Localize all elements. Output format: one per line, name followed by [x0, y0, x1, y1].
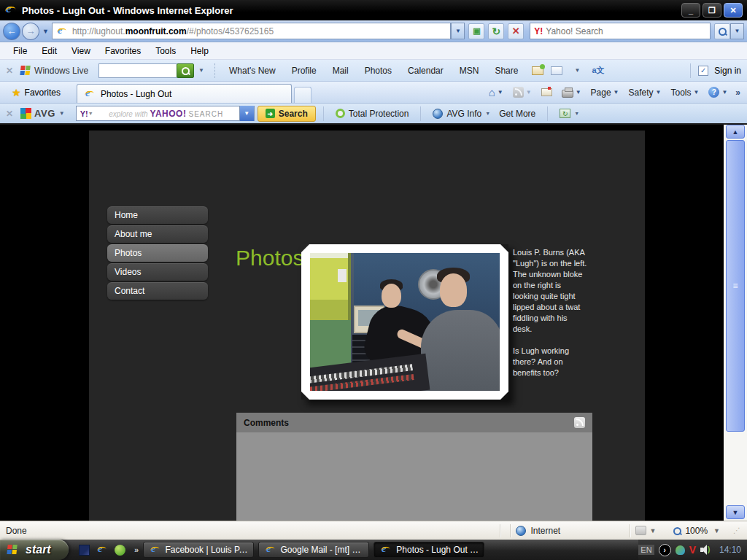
- total-protection-button[interactable]: Total Protection: [331, 109, 414, 119]
- back-button[interactable]: ←: [3, 23, 20, 40]
- read-mail-button[interactable]: [538, 86, 556, 98]
- sidebar-item-contact[interactable]: Contact: [107, 282, 208, 300]
- live-link-share[interactable]: Share: [487, 63, 526, 79]
- address-bar[interactable]: http://lughout.moonfruit.com/#/photos/45…: [52, 23, 451, 39]
- language-indicator[interactable]: EN: [638, 545, 654, 555]
- live-search-box[interactable]: [98, 63, 177, 78]
- address-dropdown-button[interactable]: ▼: [451, 23, 465, 39]
- protected-mode-dropdown[interactable]: ▼: [649, 527, 656, 534]
- zoom-control[interactable]: 100% ▼: [672, 526, 723, 536]
- tools-menu[interactable]: Tools▼: [667, 85, 703, 100]
- stop-button[interactable]: ✕: [508, 23, 524, 39]
- notepad-dropdown[interactable]: ▼: [574, 111, 579, 116]
- protection-ring-icon: [336, 109, 345, 118]
- restore-button[interactable]: ❐: [703, 3, 721, 18]
- sidebar-item-photos[interactable]: Photos: [107, 244, 208, 262]
- resize-grip[interactable]: ⋰: [733, 526, 741, 534]
- menu-favorites[interactable]: Favorites: [98, 44, 148, 58]
- divider: [630, 524, 631, 537]
- card-dropdown[interactable]: ▼: [570, 67, 584, 74]
- avg-info-dropdown[interactable]: ▼: [485, 111, 490, 116]
- volume-icon[interactable]: ): [700, 545, 712, 555]
- contact-card-icon[interactable]: [551, 66, 562, 75]
- avg-close-icon[interactable]: ✕: [6, 109, 13, 119]
- live-search-dropdown[interactable]: ▼: [194, 67, 209, 74]
- tray-messenger-icon[interactable]: [676, 545, 685, 555]
- zoom-dropdown[interactable]: ▼: [713, 527, 720, 534]
- quick-launch-green-app-icon[interactable]: [115, 545, 125, 556]
- scroll-down-button[interactable]: ▼: [726, 505, 745, 519]
- live-search-input[interactable]: [99, 64, 177, 77]
- menu-tools[interactable]: Tools: [148, 44, 183, 58]
- globe-icon: [433, 109, 443, 119]
- history-dropdown[interactable]: ▼: [42, 28, 49, 35]
- sidebar-item-home[interactable]: Home: [107, 206, 208, 224]
- live-link-photos[interactable]: Photos: [357, 63, 400, 79]
- feeds-button[interactable]: ▼: [509, 85, 535, 100]
- sidebar-item-videos[interactable]: Videos: [107, 263, 208, 281]
- menu-file[interactable]: File: [6, 44, 34, 58]
- yahoo-dropdown[interactable]: ▼: [88, 111, 93, 116]
- menu-view[interactable]: View: [64, 44, 98, 58]
- page-menu[interactable]: Page▼: [587, 85, 623, 100]
- menu-edit[interactable]: Edit: [34, 44, 64, 58]
- magnifier-icon: [180, 66, 190, 76]
- close-button[interactable]: ✕: [724, 3, 743, 18]
- avg-search-dropdown[interactable]: ▼: [239, 106, 254, 121]
- task-label: Facebook | Louis P. B...: [165, 545, 248, 555]
- quick-launch-overflow-chevron[interactable]: »: [134, 545, 139, 554]
- help-button[interactable]: ?▼: [705, 85, 731, 100]
- vertical-scrollbar[interactable]: ▲ ▼: [724, 125, 747, 521]
- avg-search-button[interactable]: ➜ Search: [258, 106, 316, 122]
- refresh-button[interactable]: ↻: [488, 23, 504, 39]
- quick-launch-app-icon[interactable]: [79, 545, 90, 556]
- live-search-button[interactable]: [177, 63, 194, 78]
- live-link-calendar[interactable]: Calendar: [400, 63, 452, 79]
- live-link-whats-new[interactable]: What's New: [221, 63, 284, 79]
- scroll-up-button[interactable]: ▲: [726, 125, 745, 139]
- avg-search-box[interactable]: Y! ▼ explore with YAHOO! SEARCH ▼: [76, 106, 255, 121]
- protected-mode-icon[interactable]: [635, 526, 646, 535]
- avg-dropdown[interactable]: ▼: [55, 110, 69, 117]
- avg-notepad-button[interactable]: ↻ ▼: [555, 109, 584, 118]
- avg-info-menu[interactable]: AVG Info ▼: [428, 109, 495, 119]
- search-go-button[interactable]: [714, 23, 730, 39]
- home-button[interactable]: ⌂▼: [485, 84, 507, 101]
- scrollbar-thumb[interactable]: [726, 140, 745, 432]
- print-button[interactable]: ▼: [558, 85, 585, 100]
- photo-frame[interactable]: [301, 244, 508, 400]
- taskbar-task-facebook[interactable]: Facebook | Louis P. B...: [143, 542, 254, 558]
- yahoo-search-box[interactable]: Y!: [530, 23, 711, 39]
- taskbar-task-google-mail[interactable]: Google Mail - [mt] Ste...: [258, 542, 369, 558]
- translate-icon[interactable]: a文: [592, 65, 604, 76]
- live-link-profile[interactable]: Profile: [284, 63, 325, 79]
- safety-menu[interactable]: Safety▼: [625, 85, 665, 100]
- tab-photos-lugh-out[interactable]: Photos - Lugh Out: [77, 84, 292, 103]
- taskbar-task-photos-lugh-out[interactable]: Photos - Lugh Out - ...: [374, 542, 484, 558]
- new-tab-button[interactable]: [294, 87, 311, 103]
- get-more-button[interactable]: Get More: [495, 109, 540, 119]
- overflow-chevron[interactable]: »: [733, 88, 743, 98]
- divider: [323, 106, 324, 121]
- live-link-msn[interactable]: MSN: [452, 63, 487, 79]
- menu-help[interactable]: Help: [183, 44, 216, 58]
- tray-antivirus-icon[interactable]: V: [689, 544, 696, 556]
- new-mail-icon[interactable]: [532, 66, 543, 75]
- tray-arrow-icon[interactable]: ›: [659, 544, 671, 556]
- toolbar-close-icon[interactable]: ✕: [6, 66, 13, 76]
- browser-viewport: Home About me Photos Videos Contact Phot…: [0, 125, 747, 521]
- live-link-mail[interactable]: Mail: [325, 63, 357, 79]
- search-input[interactable]: [546, 26, 706, 36]
- quick-launch-ie-icon[interactable]: [96, 544, 107, 555]
- minimize-button[interactable]: _: [681, 3, 700, 18]
- comments-body: [236, 432, 592, 521]
- sign-in-button[interactable]: Sign in: [714, 66, 741, 76]
- comments-rss-icon[interactable]: [574, 417, 585, 428]
- favorites-button[interactable]: ★ Favorites: [4, 84, 68, 101]
- start-button[interactable]: start: [0, 540, 69, 560]
- sidebar-item-about-me[interactable]: About me: [107, 225, 208, 243]
- search-options-dropdown[interactable]: ▼: [730, 23, 744, 39]
- compatibility-view-button[interactable]: ▣: [468, 23, 484, 39]
- divider: [510, 524, 511, 537]
- forward-button[interactable]: →: [22, 23, 39, 40]
